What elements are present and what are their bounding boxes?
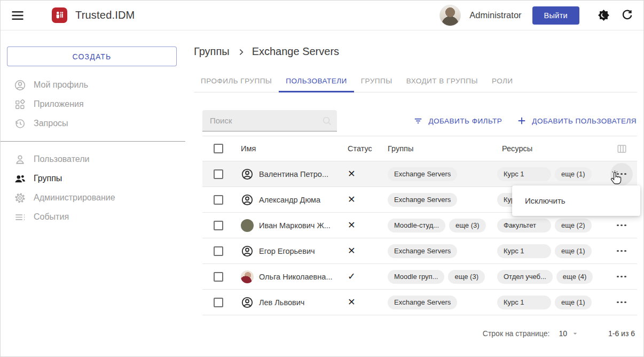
add-filter-button[interactable]: ДОБАВИТЬ ФИЛЬТР bbox=[413, 115, 502, 126]
plus-icon bbox=[516, 115, 527, 126]
user-name-cell[interactable]: Валентина Петро... bbox=[235, 168, 347, 181]
sidebar-item-applications[interactable]: Приложения bbox=[1, 95, 193, 114]
row-actions-button[interactable] bbox=[610, 214, 633, 237]
chip: Moodle-студ... bbox=[388, 219, 445, 232]
app-title: Trusted.IDM bbox=[75, 9, 135, 21]
create-button[interactable]: СОЗДАТЬ bbox=[7, 46, 177, 66]
row-checkbox[interactable] bbox=[214, 221, 223, 230]
tab-users[interactable]: ПОЛЬЗОВАТЕЛИ bbox=[279, 70, 354, 92]
user-name-cell[interactable]: Лев Львович bbox=[235, 296, 347, 309]
select-all-checkbox[interactable] bbox=[214, 144, 223, 153]
add-user-button[interactable]: ДОБАВИТЬ ПОЛЬЗОВАТЕЛЯ bbox=[516, 115, 637, 126]
app-window: Trusted.IDM Administrator Выйти СОЗДАТЬ bbox=[0, 0, 644, 357]
status-inactive-icon: ✕ bbox=[347, 245, 384, 257]
sidebar-item-my-profile[interactable]: Мой профиль bbox=[1, 75, 193, 95]
toolbar: ДОБАВИТЬ ФИЛЬТР ДОБАВИТЬ ПОЛЬЗОВАТЕЛЯ bbox=[202, 110, 637, 131]
username-label: Administrator bbox=[469, 10, 521, 20]
chip: Exchange Servers bbox=[388, 167, 457, 181]
events-icon bbox=[14, 211, 26, 223]
status-inactive-icon: ✕ bbox=[347, 194, 384, 205]
row-actions-button[interactable] bbox=[610, 291, 633, 314]
table-row: Иван Маркович Ж... ✕ Moodle-студ...еще (… bbox=[202, 213, 637, 238]
column-header-resources: Ресурсы bbox=[493, 144, 606, 153]
user-name-cell[interactable]: Егор Егорьевич bbox=[235, 245, 347, 258]
pagination: Строк на странице: 10 1-6 из 6 bbox=[193, 329, 635, 338]
search-icon bbox=[321, 115, 333, 127]
status-active-icon: ✓ bbox=[347, 271, 384, 282]
chip: Курс 1 bbox=[497, 167, 551, 181]
topbar: Trusted.IDM Administrator Выйти bbox=[1, 1, 643, 30]
groups-cell: Exchange Servers bbox=[384, 193, 493, 207]
sidebar-item-administration[interactable]: Администрирование bbox=[1, 188, 193, 207]
user-photo-avatar bbox=[241, 270, 254, 283]
column-settings-icon[interactable] bbox=[616, 143, 628, 155]
hamburger-menu-icon[interactable] bbox=[10, 8, 25, 23]
sidebar-item-groups[interactable]: Группы bbox=[1, 169, 193, 188]
status-inactive-icon: ✕ bbox=[347, 220, 384, 231]
user-name-cell[interactable]: Александр Дюма bbox=[235, 193, 347, 206]
requests-icon bbox=[14, 118, 26, 130]
logout-button[interactable]: Выйти bbox=[532, 6, 579, 25]
table-row: Ольга Николаевна... ✓ Moodle груп...еще … bbox=[202, 264, 637, 290]
user-avatar[interactable] bbox=[439, 5, 461, 26]
theme-toggle-icon[interactable] bbox=[597, 9, 610, 22]
row-actions-button[interactable] bbox=[610, 266, 633, 288]
row-checkbox[interactable] bbox=[214, 272, 223, 282]
chip: еще (4) bbox=[556, 270, 593, 284]
rows-per-page-select[interactable]: 10 bbox=[559, 329, 579, 338]
users-table: Имя Статус Группы Ресурсы Валентина Петр… bbox=[202, 136, 637, 315]
chip: Exchange Servers bbox=[388, 296, 457, 309]
chip: еще (3) bbox=[449, 219, 486, 232]
resources-cell: Курс 1еще (1) bbox=[493, 244, 606, 258]
search-input[interactable] bbox=[202, 110, 337, 131]
tab-member-of-groups[interactable]: ВХОДИТ В ГРУППЫ bbox=[399, 70, 485, 92]
column-header-name: Имя bbox=[235, 144, 347, 153]
row-checkbox[interactable] bbox=[214, 195, 223, 205]
my-profile-icon bbox=[14, 79, 26, 91]
resources-cell: Факультетеще (2) bbox=[493, 219, 606, 232]
tab-groups[interactable]: ГРУППЫ bbox=[354, 70, 399, 92]
status-inactive-icon: ✕ bbox=[347, 297, 384, 308]
table-header: Имя Статус Группы Ресурсы bbox=[202, 136, 637, 161]
sidebar-item-requests[interactable]: Запросы bbox=[1, 114, 193, 133]
account-circle-icon bbox=[241, 193, 254, 206]
tab-bar: ПРОФИЛЬ ГРУППЫПОЛЬЗОВАТЕЛИГРУППЫВХОДИТ В… bbox=[194, 70, 637, 92]
status-inactive-icon: ✕ bbox=[347, 168, 384, 180]
menu-item-exclude[interactable]: Исключить bbox=[512, 185, 640, 216]
chip: Курс 1 bbox=[497, 244, 551, 258]
refresh-icon[interactable] bbox=[621, 9, 634, 22]
row-checkbox[interactable] bbox=[214, 298, 223, 307]
chip: Отдел учеб... bbox=[497, 270, 553, 284]
breadcrumb-parent[interactable]: Группы bbox=[194, 45, 230, 58]
tab-roles[interactable]: РОЛИ bbox=[485, 70, 520, 92]
user-photo-avatar bbox=[241, 219, 254, 232]
chip: Moodle груп... bbox=[388, 270, 444, 284]
user-name-cell[interactable]: Иван Маркович Ж... bbox=[235, 219, 347, 232]
groups-cell: Exchange Servers bbox=[384, 244, 493, 258]
row-actions-button[interactable] bbox=[610, 240, 633, 262]
table-row: Валентина Петро... ✕ Exchange Servers Ку… bbox=[202, 161, 637, 187]
administration-icon bbox=[14, 192, 26, 204]
app-logo-icon bbox=[52, 7, 67, 23]
search-box bbox=[202, 110, 337, 131]
groups-icon bbox=[14, 173, 26, 185]
chip: еще (1) bbox=[555, 296, 592, 309]
resources-cell: Курс 1еще (1) bbox=[493, 296, 606, 309]
chip: Exchange Servers bbox=[388, 193, 457, 207]
sidebar-item-users[interactable]: Пользователи bbox=[1, 150, 193, 169]
caret-down-icon bbox=[571, 329, 579, 338]
chip: еще (1) bbox=[555, 244, 592, 258]
column-header-groups: Группы bbox=[384, 144, 493, 153]
row-actions-button[interactable] bbox=[610, 163, 633, 185]
sidebar-item-events[interactable]: События bbox=[1, 207, 193, 227]
user-name-cell[interactable]: Ольга Николаевна... bbox=[235, 270, 347, 283]
table-row: Егор Егорьевич ✕ Exchange Servers Курс 1… bbox=[202, 238, 637, 264]
row-checkbox[interactable] bbox=[214, 169, 223, 179]
chevron-right-icon bbox=[237, 48, 246, 57]
resources-cell: Курс 1еще (1) bbox=[493, 167, 606, 181]
chip: Факультет bbox=[497, 219, 551, 232]
filter-icon bbox=[413, 115, 423, 126]
tab-group-profile[interactable]: ПРОФИЛЬ ГРУППЫ bbox=[194, 70, 279, 92]
chip: Exchange Servers bbox=[388, 244, 457, 258]
row-checkbox[interactable] bbox=[214, 246, 223, 256]
